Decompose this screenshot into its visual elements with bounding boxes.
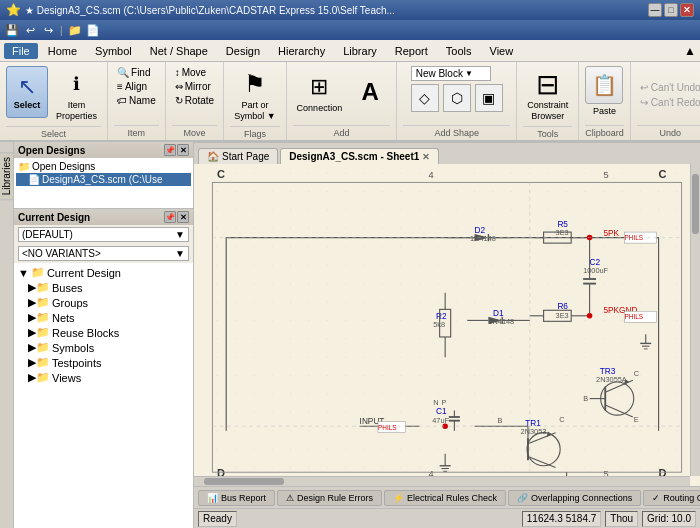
cant-redo-item: ↪ Can't Redo xyxy=(640,97,700,108)
tree-testpoints[interactable]: ▶📁 Testpoints xyxy=(16,355,191,370)
name-button[interactable]: 🏷 Name xyxy=(114,94,159,107)
open-designs-pin-btn[interactable]: 📌 xyxy=(164,144,176,156)
qa-redo-btn[interactable]: ↪ xyxy=(40,22,56,38)
mirror-button[interactable]: ⇔ Mirror xyxy=(172,80,217,93)
svg-text:5PK: 5PK xyxy=(603,229,619,238)
shape-btn-3[interactable]: ▣ xyxy=(475,84,503,112)
tree-nets[interactable]: ▶📁 Nets xyxy=(16,310,191,325)
shape-btn-2[interactable]: ⬡ xyxy=(443,84,471,112)
tree-item-design-file[interactable]: 📄 DesignA3_CS.scm (C:\Use xyxy=(16,173,191,186)
tree-reuse-blocks[interactable]: ▶📁 Reuse Blocks xyxy=(16,325,191,340)
bottom-tab-design-rules[interactable]: ⚠ Design Rule Errors xyxy=(277,490,382,506)
menu-report[interactable]: Report xyxy=(387,43,436,59)
add-shape-group-label: Add Shape xyxy=(403,125,510,138)
constraint-browser-button[interactable]: ⊟ ConstraintBrowser xyxy=(523,66,572,124)
part-symbol-icon: ⚑ xyxy=(239,68,271,100)
bus-report-icon: 📊 xyxy=(207,493,218,503)
menu-file[interactable]: File xyxy=(4,43,38,59)
select-button[interactable]: ↖ Select xyxy=(6,66,48,118)
text-icon: A xyxy=(354,76,386,108)
menu-symbol[interactable]: Symbol xyxy=(87,43,140,59)
status-unit: Thou xyxy=(605,511,638,527)
left-panel: Open Designs 📌 ✕ 📁 Open Designs 📄 xyxy=(14,142,194,528)
open-designs-header[interactable]: Open Designs 📌 ✕ xyxy=(14,142,193,158)
paste-button[interactable]: 📋 xyxy=(585,66,623,104)
svg-text:PHILS: PHILS xyxy=(378,424,397,431)
bottom-tab-routing[interactable]: ✓ Routing Completion xyxy=(643,490,700,506)
qa-undo-btn[interactable]: ↩ xyxy=(22,22,38,38)
current-design-pin-btn[interactable]: 📌 xyxy=(164,211,176,223)
bottom-tab-overlapping[interactable]: 🔗 Overlapping Connections xyxy=(508,490,641,506)
tree-views[interactable]: ▶📁 Views xyxy=(16,370,191,385)
content-area: Libraries Open Designs 📌 ✕ 📁 xyxy=(0,142,700,528)
dropdown2-arrow-icon: ▼ xyxy=(175,248,185,259)
cant-undo-item: ↩ Can't Undo xyxy=(640,82,700,93)
svg-text:B: B xyxy=(583,394,588,403)
minimize-button[interactable]: — xyxy=(648,3,662,17)
qa-save-btn[interactable]: 💾 xyxy=(4,22,20,38)
menu-design[interactable]: Design xyxy=(218,43,268,59)
h-scroll-thumb[interactable] xyxy=(204,478,284,485)
svg-text:PHILS: PHILS xyxy=(625,313,644,320)
bottom-tab-bus-report[interactable]: 📊 Bus Report xyxy=(198,490,275,506)
bottom-tab-erc[interactable]: ⚡ Electrical Rules Check xyxy=(384,490,506,506)
ribbon-group-tools: ⊟ ConstraintBrowser Tools xyxy=(517,62,579,140)
folder-icon-reuse: ▶📁 xyxy=(28,326,50,339)
default-dropdown[interactable]: (DEFAULT) ▼ xyxy=(18,227,189,242)
variants-dropdown[interactable]: <NO VARIANTS> ▼ xyxy=(18,246,189,261)
menu-hierarchy[interactable]: Hierarchy xyxy=(270,43,333,59)
tree-current-design[interactable]: ▼ 📁 Current Design xyxy=(16,265,191,280)
find-button[interactable]: 🔍 Find xyxy=(114,66,159,79)
move-button[interactable]: ↕ Move xyxy=(172,66,217,79)
item-properties-button[interactable]: ℹ ItemProperties xyxy=(52,66,101,124)
menu-library[interactable]: Library xyxy=(335,43,385,59)
open-designs-close-btn[interactable]: ✕ xyxy=(177,144,189,156)
svg-text:N: N xyxy=(433,398,438,407)
current-design-close-btn[interactable]: ✕ xyxy=(177,211,189,223)
folder-icon-buses: ▶📁 xyxy=(28,281,50,294)
ribbon-group-clipboard: 📋 Paste Clipboard xyxy=(579,62,631,140)
current-design-header: Current Design 📌 ✕ xyxy=(14,209,193,225)
item-properties-icon: ℹ xyxy=(61,68,93,100)
schematic-area[interactable]: C C D D 4 5 4 5 xyxy=(194,164,700,486)
maximize-button[interactable]: □ xyxy=(664,3,678,17)
rotate-button[interactable]: ↻ Rotate xyxy=(172,94,217,107)
undo-icon: ↩ xyxy=(640,82,648,93)
close-button[interactable]: ✕ xyxy=(680,3,694,17)
menu-net-shape[interactable]: Net / Shape xyxy=(142,43,216,59)
tree-buses[interactable]: ▶📁 Buses xyxy=(16,280,191,295)
h-scrollbar[interactable] xyxy=(194,476,690,486)
svg-text:4: 4 xyxy=(429,170,434,180)
ribbon-group-flags: ⚑ Part orSymbol ▼ Flags xyxy=(224,62,286,140)
qa-open-btn[interactable]: 📁 xyxy=(67,22,83,38)
menu-view[interactable]: View xyxy=(482,43,522,59)
new-block-dropdown[interactable]: New Block ▼ xyxy=(411,66,491,81)
ribbon-group-undo: ↩ Can't Undo ↪ Can't Redo Undo xyxy=(631,62,700,140)
tab-design-sheet[interactable]: DesignA3_CS.scm - Sheet1 ✕ xyxy=(280,148,439,164)
ribbon-group-add: ⊞ Connection A Add xyxy=(287,62,398,140)
tab-start-page[interactable]: 🏠 Start Page xyxy=(198,148,278,164)
part-symbol-button[interactable]: ⚑ Part orSymbol ▼ xyxy=(230,66,279,124)
connection-button[interactable]: ⊞ Connection xyxy=(293,66,347,118)
tree-symbols[interactable]: ▶📁 Symbols xyxy=(16,340,191,355)
undo-group-label: Undo xyxy=(637,125,700,138)
menu-tools[interactable]: Tools xyxy=(438,43,480,59)
constraint-browser-icon: ⊟ xyxy=(532,68,564,100)
align-button[interactable]: ≡ Align xyxy=(114,80,159,93)
svg-text:E: E xyxy=(634,415,639,424)
text-button[interactable]: A xyxy=(350,66,390,118)
folder-icon-symbols: ▶📁 xyxy=(28,341,50,354)
v-scroll-thumb[interactable] xyxy=(692,174,699,234)
folder-expand-icon: ▼ xyxy=(18,267,29,279)
tab-close-icon[interactable]: ✕ xyxy=(422,152,430,162)
menu-home[interactable]: Home xyxy=(40,43,85,59)
routing-icon: ✓ xyxy=(652,493,660,503)
libraries-tab[interactable]: Libraries xyxy=(0,152,14,200)
tree-groups[interactable]: ▶📁 Groups xyxy=(16,295,191,310)
shape-btn-1[interactable]: ◇ xyxy=(411,84,439,112)
ribbon-collapse-btn[interactable]: ▲ xyxy=(684,44,696,58)
tree-item-open-designs[interactable]: 📁 Open Designs xyxy=(16,160,191,173)
folder-icon-main: 📁 xyxy=(31,266,45,279)
qa-new-btn[interactable]: 📄 xyxy=(85,22,101,38)
v-scrollbar[interactable] xyxy=(690,164,700,476)
